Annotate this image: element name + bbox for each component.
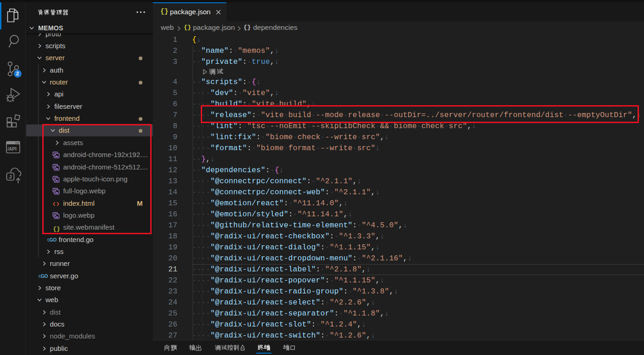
svg-text:J: J	[9, 174, 11, 180]
svg-text:/API: /API	[8, 147, 17, 152]
svg-text:GO: GO	[40, 273, 48, 279]
svg-text:GO: GO	[49, 237, 56, 242]
